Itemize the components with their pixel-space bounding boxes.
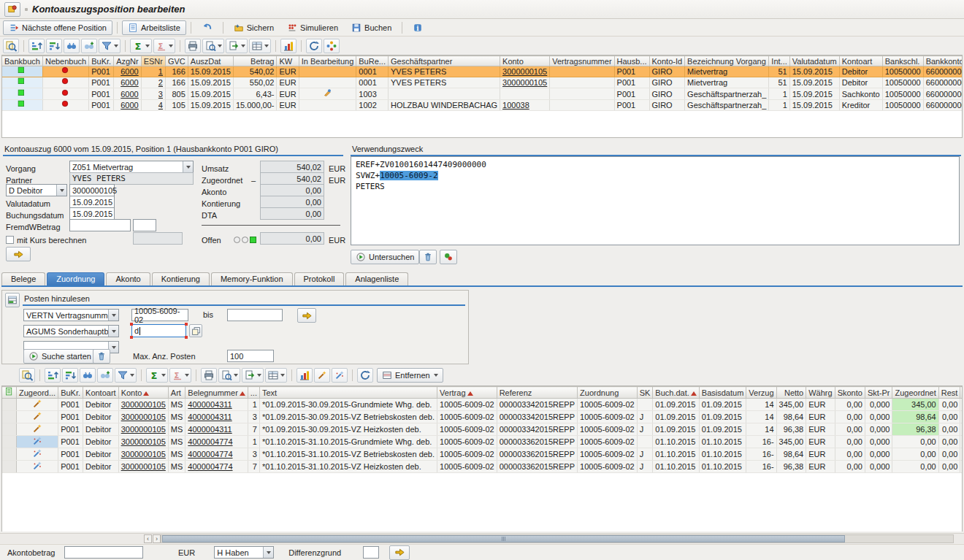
table-cell[interactable]: 14 xyxy=(746,399,776,411)
table-cell[interactable]: EUR xyxy=(806,423,835,436)
table-cell[interactable]: 2 xyxy=(141,77,165,88)
cell-link[interactable]: 3000000105 xyxy=(121,400,166,409)
table-cell[interactable]: 6600000001 xyxy=(923,100,963,111)
tab-kontierung[interactable]: Kontierung xyxy=(152,272,210,286)
table-cell[interactable] xyxy=(42,66,88,77)
table-cell[interactable]: 4000004774 xyxy=(185,461,248,473)
table-cell[interactable]: 0001 xyxy=(356,66,389,77)
column-header-kontoart[interactable]: Kontoart xyxy=(839,56,882,66)
tab-akonto[interactable]: Akonto xyxy=(106,272,150,286)
cell-link[interactable]: 3 xyxy=(158,90,163,99)
table-cell[interactable]: 10050000 xyxy=(882,100,923,111)
table-cell[interactable]: EUR xyxy=(806,461,835,473)
table-cell[interactable]: 1 xyxy=(248,399,259,411)
table-cell[interactable]: P001 xyxy=(614,66,649,77)
sum-button[interactable]: Σ xyxy=(130,39,152,53)
verwendungszweck-text[interactable]: EREF+ZV01001601447409000000 SVWZ+10005-6… xyxy=(351,156,960,245)
table-row[interactable]: P001Debitor3000000105MS40000043117*01.09… xyxy=(2,423,963,436)
wand-orange-button[interactable] xyxy=(314,368,330,383)
table-cell[interactable]: 4 xyxy=(141,100,165,111)
column-header-art[interactable]: Art xyxy=(168,387,185,399)
table-cell[interactable]: 10005-6009-02 xyxy=(437,399,497,411)
table-cell[interactable]: P001 xyxy=(58,436,83,448)
column-header-vertrag[interactable]: Vertrag xyxy=(437,387,497,399)
scrollbar-thumb[interactable] xyxy=(162,535,845,542)
table-cell[interactable]: 1 xyxy=(141,66,165,77)
cell-link[interactable]: 4000004774 xyxy=(188,450,232,459)
refresh-button[interactable] xyxy=(357,368,373,383)
scrollbar-track[interactable] xyxy=(161,534,954,543)
table-cell[interactable]: 000003342015REPP xyxy=(497,399,577,411)
print-button[interactable] xyxy=(201,368,217,383)
table-cell[interactable]: 6000 xyxy=(114,100,142,111)
table-cell[interactable]: EUR xyxy=(806,448,835,461)
table-cell[interactable]: 10005-6009-02 xyxy=(437,411,497,423)
table-cell[interactable]: Debitor xyxy=(83,436,119,448)
print-preview-button[interactable] xyxy=(202,39,224,53)
export-button[interactable] xyxy=(226,39,248,53)
cell-link[interactable]: 6000 xyxy=(120,101,138,110)
table-cell[interactable]: Geschäftspartnerzah_ xyxy=(685,100,769,111)
column-header-währg[interactable]: Währg xyxy=(806,387,835,399)
table-cell[interactable]: 15.09.2015 xyxy=(188,88,233,100)
table-cell[interactable] xyxy=(960,399,963,411)
table-cell[interactable]: 0,00 xyxy=(835,399,865,411)
table-cell[interactable]: 0,00 xyxy=(892,436,938,448)
table-row[interactable]: P001Debitor3000000105MS40000047743*01.10… xyxy=(2,448,963,461)
column-header-bezeichnung-vorgang[interactable]: Bezeichnung Vorgang xyxy=(685,56,769,66)
table-cell[interactable]: 345,00 xyxy=(776,436,806,448)
table-cell[interactable]: 10005-6009-02 xyxy=(437,448,497,461)
table-cell[interactable]: 6600000001 xyxy=(923,77,963,88)
red-circle-icon[interactable] xyxy=(61,89,70,98)
table-cell[interactable]: 10050000 xyxy=(882,88,923,100)
differenzgrund-field[interactable] xyxy=(363,546,379,559)
tab-belege[interactable]: Belege xyxy=(1,272,45,286)
transfer-button[interactable] xyxy=(6,247,31,261)
wand-blue-icon[interactable] xyxy=(32,436,42,446)
column-header-buch-dat-[interactable]: Buch.dat. xyxy=(653,387,699,399)
table-cell[interactable]: 0,00 xyxy=(938,411,960,423)
layout-button[interactable] xyxy=(249,39,271,53)
table-cell[interactable]: J xyxy=(637,448,653,461)
table-cell[interactable] xyxy=(500,88,550,100)
table-cell[interactable] xyxy=(42,77,88,88)
table-cell[interactable]: 0,00 xyxy=(938,461,960,473)
table-cell[interactable] xyxy=(299,88,356,100)
cell-link[interactable]: 4000004311 xyxy=(188,413,232,421)
valutadatum-field[interactable]: 15.09.2015 xyxy=(69,196,115,208)
table-cell[interactable]: 14 xyxy=(746,423,776,436)
table-cell[interactable] xyxy=(2,411,17,423)
table-cell[interactable] xyxy=(42,88,88,100)
table-cell[interactable] xyxy=(2,66,42,77)
table-cell[interactable]: 14 xyxy=(746,411,776,423)
table-cell[interactable]: 3000000105 xyxy=(500,77,550,88)
cell-link[interactable]: 3000000105 xyxy=(121,462,166,471)
table-cell[interactable] xyxy=(2,77,42,88)
table-cell[interactable] xyxy=(2,399,17,411)
red-circle-icon[interactable] xyxy=(61,77,70,86)
table-cell[interactable]: 15.09.2015 xyxy=(188,77,233,88)
nächste-offene-position-button[interactable]: Nächste offene Position xyxy=(3,20,112,35)
table-cell[interactable]: 0,00 xyxy=(835,448,865,461)
table-cell[interactable]: J xyxy=(637,461,653,473)
table-cell[interactable]: Debitor xyxy=(83,399,119,411)
untersuchen-button[interactable]: Untersuchen xyxy=(351,250,419,264)
table-cell[interactable]: 10005-6009-02 xyxy=(578,436,638,448)
table-cell[interactable]: 4000004774 xyxy=(185,436,248,448)
vorgang-select[interactable]: Z051 Mietvertrag xyxy=(69,161,194,173)
table-cell[interactable]: 01.10.2015 xyxy=(653,461,699,473)
undo-button[interactable] xyxy=(196,20,218,35)
table-cell[interactable]: P001 xyxy=(89,88,114,100)
table-cell[interactable]: YVES PETERS xyxy=(388,77,500,88)
table-cell[interactable] xyxy=(960,436,963,448)
entfernen-button[interactable]: Entfernen xyxy=(377,368,443,383)
table-cell[interactable]: 000003362015REPP xyxy=(497,461,577,473)
table-row[interactable]: P0016000380515.09.20156,43-EUR1003P001GI… xyxy=(2,88,963,100)
table-cell[interactable]: 0,000 xyxy=(865,411,892,423)
print-preview-button[interactable] xyxy=(218,368,240,383)
table-cell[interactable]: 01.10.2015 xyxy=(699,436,746,448)
table-cell[interactable]: 0,000 xyxy=(865,423,892,436)
table-cell[interactable]: 16- xyxy=(746,436,776,448)
tab-anlagenliste[interactable]: Anlagenliste xyxy=(345,272,408,286)
table-cell[interactable]: 0,00 xyxy=(892,448,938,461)
